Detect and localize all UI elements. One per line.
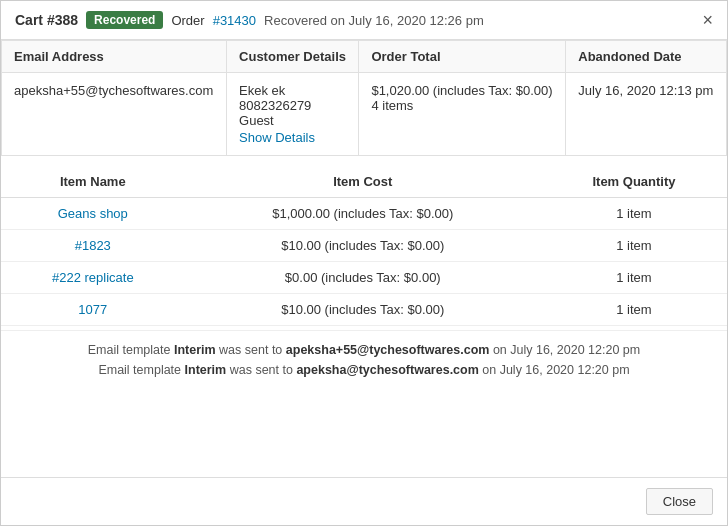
email-note: Email template Interim was sent to apeks… bbox=[17, 363, 711, 377]
item-name-cell: #222 replicate bbox=[1, 262, 185, 294]
item-name-link[interactable]: #222 replicate bbox=[52, 270, 134, 285]
item-cost-cell: $1,000.00 (includes Tax: $0.00) bbox=[185, 198, 541, 230]
modal-body: Email Address Customer Details Order Tot… bbox=[1, 40, 727, 477]
items-col-name: Item Name bbox=[1, 166, 185, 198]
item-row: #1823$10.00 (includes Tax: $0.00)1 item bbox=[1, 230, 727, 262]
col-customer-details: Customer Details bbox=[227, 41, 359, 73]
item-name-cell: #1823 bbox=[1, 230, 185, 262]
col-abandoned-date: Abandoned Date bbox=[566, 41, 727, 73]
email-note: Email template Interim was sent to apeks… bbox=[17, 343, 711, 357]
customer-name: Ekek ek bbox=[239, 83, 285, 98]
recovered-date: Recovered on July 16, 2020 12:26 pm bbox=[264, 13, 694, 28]
item-qty-cell: 1 item bbox=[541, 198, 727, 230]
order-link[interactable]: #31430 bbox=[213, 13, 256, 28]
col-order-total: Order Total bbox=[359, 41, 566, 73]
modal-container: Cart #388 Recovered Order #31430 Recover… bbox=[0, 0, 728, 526]
email-notes: Email template Interim was sent to apeks… bbox=[1, 330, 727, 395]
order-items-count: 4 items bbox=[371, 98, 413, 113]
item-row: 1077$10.00 (includes Tax: $0.00)1 item bbox=[1, 294, 727, 326]
item-name-link[interactable]: 1077 bbox=[78, 302, 107, 317]
col-email-address: Email Address bbox=[2, 41, 227, 73]
items-table: Item Name Item Cost Item Quantity Geans … bbox=[1, 166, 727, 326]
item-cost-cell: $10.00 (includes Tax: $0.00) bbox=[185, 230, 541, 262]
item-name-cell: Geans shop bbox=[1, 198, 185, 230]
item-qty-cell: 1 item bbox=[541, 262, 727, 294]
customer-type: Guest bbox=[239, 113, 274, 128]
close-button[interactable]: Close bbox=[646, 488, 713, 515]
cell-abandoned-date: July 16, 2020 12:13 pm bbox=[566, 73, 727, 156]
close-x-button[interactable]: × bbox=[702, 11, 713, 29]
cell-order-total: $1,020.00 (includes Tax: $0.00) 4 items bbox=[359, 73, 566, 156]
cart-title: Cart #388 bbox=[15, 12, 78, 28]
item-cost-cell: $0.00 (includes Tax: $0.00) bbox=[185, 262, 541, 294]
item-name-link[interactable]: Geans shop bbox=[58, 206, 128, 221]
item-qty-cell: 1 item bbox=[541, 294, 727, 326]
info-row: apeksha+55@tychesoftwares.com Ekek ek 80… bbox=[2, 73, 727, 156]
cell-email: apeksha+55@tychesoftwares.com bbox=[2, 73, 227, 156]
item-row: Geans shop$1,000.00 (includes Tax: $0.00… bbox=[1, 198, 727, 230]
recovered-badge: Recovered bbox=[86, 11, 163, 29]
item-name-link[interactable]: #1823 bbox=[75, 238, 111, 253]
order-label: Order bbox=[171, 13, 204, 28]
modal-header: Cart #388 Recovered Order #31430 Recover… bbox=[1, 1, 727, 40]
items-section: Item Name Item Cost Item Quantity Geans … bbox=[1, 166, 727, 326]
item-name-cell: 1077 bbox=[1, 294, 185, 326]
show-details-link[interactable]: Show Details bbox=[239, 130, 346, 145]
modal-footer: Close bbox=[1, 477, 727, 525]
item-cost-cell: $10.00 (includes Tax: $0.00) bbox=[185, 294, 541, 326]
item-row: #222 replicate$0.00 (includes Tax: $0.00… bbox=[1, 262, 727, 294]
customer-phone: 8082326279 bbox=[239, 98, 311, 113]
info-table: Email Address Customer Details Order Tot… bbox=[1, 40, 727, 156]
cell-customer: Ekek ek 8082326279 Guest Show Details bbox=[227, 73, 359, 156]
order-total-value: $1,020.00 (includes Tax: $0.00) bbox=[371, 83, 552, 98]
items-col-cost: Item Cost bbox=[185, 166, 541, 198]
items-col-qty: Item Quantity bbox=[541, 166, 727, 198]
item-qty-cell: 1 item bbox=[541, 230, 727, 262]
